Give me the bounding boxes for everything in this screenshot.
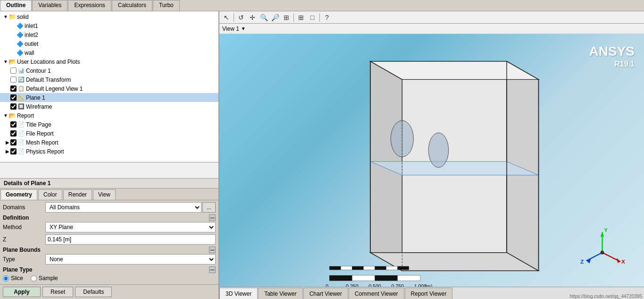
checkbox-physics-report[interactable] (10, 148, 17, 154)
plane-bounds-collapse-button[interactable]: — (209, 247, 216, 253)
expand-user-locations[interactable]: ▼ (3, 59, 8, 65)
plane-type-radio-group: Slice Sample (3, 274, 216, 282)
tree-item-wall[interactable]: 🔷 wall (0, 48, 218, 57)
plane-type-collapse-button[interactable]: — (209, 266, 216, 273)
tab-variables[interactable]: Variables (32, 0, 67, 11)
checkbox-plane1[interactable] (10, 94, 17, 101)
viewer-tab-report[interactable]: Report Viewer (405, 288, 453, 299)
domains-select[interactable]: All Domains (45, 202, 201, 213)
3d-viewport[interactable]: ANSYS R19.1 (219, 34, 644, 287)
svg-point-38 (601, 251, 604, 255)
expand-report[interactable]: ▼ (3, 113, 8, 119)
transform-icon: 🔄 (17, 76, 25, 84)
radio-slice-input[interactable] (3, 275, 9, 282)
defaults-button[interactable]: Defaults (75, 287, 112, 297)
viewer-url: https://blog.csdn.net/qq_44720395 (570, 294, 644, 299)
box-icon[interactable]: □ (307, 12, 318, 23)
tab-turbo[interactable]: Turbo (153, 0, 180, 11)
tree-item-mesh-report[interactable]: ▶ 📄 Mesh Report (0, 138, 218, 147)
checkbox-wireframe[interactable] (10, 103, 17, 110)
plane-bounds-label: Plane Bounds (3, 247, 41, 253)
tree-item-file-report[interactable]: 📄 File Report (0, 129, 218, 138)
detail-tab-color[interactable]: Color (38, 189, 62, 200)
surface-icon-inlet1: 🔷 (16, 22, 24, 30)
tree-item-title-page[interactable]: 📄 Title Page (0, 120, 218, 129)
svg-text:0.750: 0.750 (391, 283, 404, 287)
view-label-text: View 1 (222, 26, 239, 32)
viewer-tab-comment[interactable]: Comment Viewer (349, 288, 404, 299)
radio-sample-input[interactable] (31, 275, 37, 282)
folder-icon-solid: 📁 (8, 13, 16, 21)
plane-type-section-header: Plane Type — (3, 266, 216, 273)
z-input[interactable] (45, 234, 216, 245)
z-label: Z (3, 236, 45, 243)
fit-icon[interactable]: ⊞ (281, 12, 292, 23)
expand-physics-report[interactable]: ▶ (5, 149, 10, 154)
tab-calculators[interactable]: Calculators (112, 0, 152, 11)
view-dropdown-icon[interactable]: ▼ (241, 26, 246, 31)
checkbox-default-legend[interactable] (10, 85, 17, 92)
detail-tab-view[interactable]: View (93, 189, 116, 200)
svg-text:0: 0 (326, 283, 328, 287)
detail-tab-render[interactable]: Render (63, 189, 92, 200)
viewer-tab-chart[interactable]: Chart Viewer (303, 288, 348, 299)
svg-text:Y: Y (604, 227, 608, 233)
tree-item-inlet1[interactable]: 🔷 inlet1 (0, 21, 218, 30)
rotate-icon[interactable]: ↺ (236, 12, 246, 23)
toolbar-sep-1 (234, 13, 234, 22)
checkbox-contour1[interactable] (10, 68, 17, 74)
tab-expressions[interactable]: Expressions (68, 0, 111, 11)
right-panel: ↖ ↺ ✛ 🔍 🔎 ⊞ ⊞ □ ? View 1 ▼ ANSYS R19.1 (219, 11, 644, 299)
domains-browse-button[interactable]: ... (202, 202, 216, 213)
report-icon-file: 📄 (17, 130, 25, 137)
definition-collapse-button[interactable]: — (209, 214, 216, 221)
details-title: Details of Plane 1 (0, 179, 218, 188)
tree-item-contour1[interactable]: 📊 Contour 1 (0, 66, 218, 75)
tree-item-default-legend[interactable]: 📋 Default Legend View 1 (0, 84, 218, 93)
pan-icon[interactable]: ✛ (247, 12, 258, 23)
tree-label-mesh-report: Mesh Report (26, 139, 59, 146)
tree-item-user-locations[interactable]: ▼ 📂 User Locations and Plots (0, 57, 218, 66)
tree-item-outlet[interactable]: 🔷 outlet (0, 39, 218, 48)
tree-label-outlet: outlet (25, 41, 38, 47)
checkbox-title-page[interactable] (10, 121, 17, 128)
grid-icon[interactable]: ⊞ (296, 12, 306, 23)
expand-solid[interactable]: ▼ (3, 14, 8, 20)
checkbox-default-transform[interactable] (10, 77, 17, 83)
tree-item-wireframe[interactable]: 🔲 Wireframe (0, 102, 218, 111)
radio-slice-label: Slice (11, 275, 23, 282)
tree-item-physics-report[interactable]: ▶ 📄 Physics Report (0, 147, 218, 156)
tab-outline[interactable]: Outline (0, 0, 32, 11)
viewer-label-bar: View 1 ▼ (219, 24, 644, 34)
checkbox-file-report[interactable] (10, 130, 17, 137)
type-select[interactable]: None (45, 254, 216, 265)
zoom-in-icon[interactable]: 🔍 (259, 12, 269, 23)
tree-label-solid: solid (17, 14, 29, 20)
detail-tab-geometry[interactable]: Geometry (0, 189, 37, 200)
reset-button[interactable]: Reset (42, 287, 73, 297)
method-row: Method XY Plane (3, 222, 216, 232)
tree-item-solid[interactable]: ▼ 📁 solid (0, 12, 218, 21)
expand-mesh-report[interactable]: ▶ (5, 140, 10, 145)
svg-rect-12 (329, 275, 352, 281)
folder-icon-report: 📂 (8, 112, 16, 120)
cursor-icon[interactable]: ↖ (221, 12, 232, 23)
method-select[interactable]: XY Plane (45, 222, 216, 232)
outline-tree[interactable]: ▼ 📁 solid 🔷 inlet1 � (0, 11, 218, 162)
expand-inlet1 (10, 23, 16, 29)
tree-item-report[interactable]: ▼ 📂 Report (0, 111, 218, 120)
svg-text:0.250: 0.250 (346, 283, 359, 287)
help-icon[interactable]: ? (322, 12, 332, 23)
svg-rect-15 (398, 275, 420, 281)
radio-slice[interactable]: Slice (3, 275, 23, 282)
viewer-tab-table[interactable]: Table Viewer (258, 288, 302, 299)
apply-button[interactable]: Apply (3, 287, 41, 297)
tree-item-plane1[interactable]: 📐 Plane 1 (0, 93, 218, 102)
zoom-out-icon[interactable]: 🔎 (270, 12, 280, 23)
viewer-tab-3d[interactable]: 3D Viewer (219, 288, 258, 299)
radio-sample[interactable]: Sample (31, 275, 58, 282)
plane-bounds-section-header: Plane Bounds — (3, 247, 216, 253)
tree-item-inlet2[interactable]: 🔷 inlet2 (0, 30, 218, 39)
tree-item-default-transform[interactable]: 🔄 Default Transform (0, 75, 218, 84)
checkbox-mesh-report[interactable] (10, 139, 17, 145)
